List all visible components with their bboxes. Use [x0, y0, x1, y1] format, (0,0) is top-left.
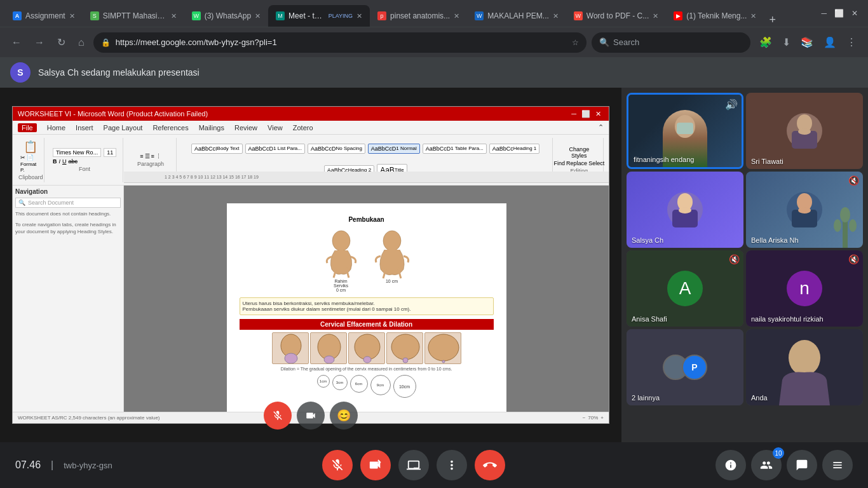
activities-button[interactable]	[822, 450, 853, 480]
tab-youtube[interactable]: ▶ (1) Teknik Meng... ✕	[666, 5, 764, 27]
menu-references[interactable]: References	[153, 124, 188, 132]
svg-point-11	[442, 360, 445, 363]
new-tab-button[interactable]: +	[764, 13, 781, 27]
btn-bold[interactable]: B	[53, 158, 57, 165]
menu-home[interactable]: Home	[47, 124, 65, 132]
doc-search-box[interactable]: 🔍 Search Document	[15, 198, 121, 208]
address-text: https://meet.google.com/twb-yhyz-gsn?pli…	[116, 37, 567, 47]
sri-avatar	[787, 113, 822, 149]
fetal-images: RahimServiks0 cm	[240, 228, 494, 292]
tab-meet[interactable]: M Meet - twb-yhy... PLAYING ✕	[268, 5, 370, 27]
btn-strikethrough[interactable]: abc	[68, 158, 78, 165]
chat-button[interactable]	[787, 450, 817, 480]
end-call-button[interactable]	[475, 450, 505, 480]
overlay-emoji-btn[interactable]: 😊	[330, 402, 358, 430]
btn-align-left[interactable]: ≡	[140, 153, 143, 159]
style-body-text[interactable]: AaBbCcI Body Text	[191, 144, 243, 154]
mic-off-icon	[272, 410, 283, 421]
mic-button[interactable]	[322, 450, 353, 480]
camera-button[interactable]	[360, 450, 391, 480]
menu-zotero[interactable]: Zotero	[293, 124, 313, 132]
reload-button[interactable]: ↻	[53, 32, 69, 52]
overlay-mic-btn[interactable]	[264, 402, 292, 430]
close-button[interactable]: ✕	[851, 9, 858, 18]
btn-align-right[interactable]: ≡	[151, 153, 154, 159]
tab-close-youtube[interactable]: ✕	[750, 12, 756, 20]
word-maximize[interactable]: ⬜	[581, 110, 590, 118]
home-button[interactable]: ⌂	[74, 33, 88, 52]
ribbon-clipboard-btns: 📋 ✂ 📄 Format P.	[20, 140, 41, 173]
forward-button[interactable]: →	[31, 33, 48, 52]
btn-align-center[interactable]: ☰	[145, 153, 150, 159]
participant-name-fitna: fitnaningsih endang	[634, 156, 694, 163]
btn-underline[interactable]: U	[62, 158, 67, 165]
menu-view[interactable]: View	[268, 124, 283, 132]
tab-close-simptt[interactable]: ✕	[171, 12, 177, 20]
present-button[interactable]	[398, 450, 429, 480]
btn-change-styles[interactable]: ChangeStyles	[554, 146, 605, 159]
tab-close-meet[interactable]: ✕	[356, 12, 362, 20]
maximize-button[interactable]: ⬜	[834, 9, 844, 18]
overlay-cam-btn[interactable]	[297, 402, 325, 430]
tab-close-wordpdf[interactable]: ✕	[653, 12, 658, 20]
btn-justify[interactable]: ⋮	[156, 153, 161, 159]
tab-whatsapp[interactable]: W (3) WhatsApp ✕	[184, 5, 268, 27]
tab-favicon-makalah: W	[475, 11, 484, 20]
profile-icon[interactable]: 👤	[820, 32, 840, 52]
extensions-icon[interactable]: 🧩	[756, 32, 776, 52]
menu-mailings[interactable]: Mailings	[199, 124, 224, 132]
bookmarks-icon[interactable]: 📚	[797, 32, 817, 52]
minimize-button[interactable]: ─	[821, 9, 827, 18]
tab-pinset[interactable]: p pinset anatomis... ✕	[370, 5, 467, 27]
address-bar[interactable]: 🔒 https://meet.google.com/twb-yhyz-gsn?p…	[93, 32, 587, 53]
tab-assignment[interactable]: A Assignment ✕	[5, 5, 83, 27]
search-bar[interactable]: 🔍 Search	[592, 32, 750, 53]
tab-close-whatsapp[interactable]: ✕	[255, 12, 261, 20]
zoom-in-icon[interactable]: +	[600, 415, 604, 421]
more-options-button[interactable]	[437, 450, 467, 480]
btn-format-painter[interactable]: Format P.	[20, 161, 41, 173]
style-no-spacing[interactable]: AaBbCcD No Spacing	[308, 144, 365, 154]
participant-name-anda: Anda	[751, 394, 768, 402]
ribbon-minimize-icon[interactable]: ⌃	[598, 123, 604, 132]
btn-select[interactable]: Select	[588, 160, 604, 166]
btn-find[interactable]: Find	[554, 160, 566, 166]
banner-avatar: S	[10, 62, 31, 83]
style-table-para[interactable]: AaBbCcD 1 Table Para...	[423, 144, 487, 154]
tab-close-pinset[interactable]: ✕	[454, 12, 459, 20]
style-heading1[interactable]: AaBbCc Heading 1	[489, 144, 540, 154]
btn-copy[interactable]: 📄	[27, 154, 34, 161]
window-controls: ─ ⬜ ✕	[816, 9, 863, 18]
sri-avatar-svg	[789, 112, 820, 150]
more-icon[interactable]: ⋮	[843, 32, 860, 52]
menu-insert[interactable]: Insert	[76, 124, 93, 132]
menu-review[interactable]: Review	[234, 124, 257, 132]
bella-avatar-svg	[789, 191, 820, 229]
menu-file[interactable]: File	[18, 123, 37, 132]
back-button[interactable]: ←	[8, 33, 25, 52]
info-button[interactable]	[715, 450, 746, 480]
font-family-selector[interactable]: Times New Ro...	[53, 148, 101, 157]
bookmark-icon[interactable]: ☆	[572, 38, 579, 47]
cervical-images-row	[240, 332, 494, 364]
font-size-selector[interactable]: 11	[104, 148, 116, 157]
style-list-para[interactable]: AaBbCcD 1 List Para...	[245, 144, 305, 154]
tab-simptt[interactable]: S SIMPTT Mahasis... ✕	[83, 5, 184, 27]
tab-close-assignment[interactable]: ✕	[69, 12, 75, 20]
svg-point-17	[679, 207, 691, 214]
word-minimize[interactable]: ─	[571, 110, 576, 118]
download-icon[interactable]: ⬇	[778, 32, 794, 52]
style-normal[interactable]: AaBbCcD 1 Normal	[368, 144, 420, 154]
tab-makalah[interactable]: W MAKALAH PEM... ✕	[467, 5, 566, 27]
word-close[interactable]: ✕	[595, 110, 601, 118]
btn-cut[interactable]: ✂	[20, 154, 25, 161]
svg-point-9	[403, 358, 408, 363]
tab-wordpdf[interactable]: W Word to PDF - C... ✕	[566, 5, 666, 27]
tab-favicon-meet: M	[276, 11, 285, 20]
btn-replace[interactable]: Replace	[566, 160, 587, 166]
btn-paste[interactable]: 📋	[20, 140, 41, 154]
btn-italic[interactable]: I	[58, 158, 60, 165]
menu-pagelayout[interactable]: Page Layout	[104, 124, 143, 132]
zoom-out-icon[interactable]: −	[583, 415, 586, 421]
tab-close-makalah[interactable]: ✕	[553, 12, 559, 20]
